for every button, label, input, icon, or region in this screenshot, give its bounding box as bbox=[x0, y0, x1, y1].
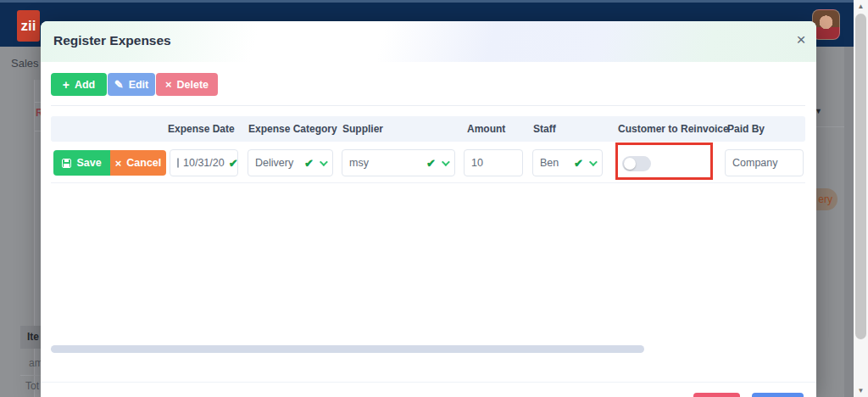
background-divider bbox=[20, 375, 41, 376]
background-total-label: Tot bbox=[25, 380, 39, 392]
pencil-icon: ✎ bbox=[114, 78, 124, 91]
navbar-top-strip bbox=[0, 0, 854, 3]
background-table-line bbox=[35, 102, 41, 103]
background-delivery-badge-text: ery bbox=[818, 193, 832, 205]
customer-to-reinvoice-toggle[interactable] bbox=[622, 156, 651, 171]
floppy-disk-icon bbox=[62, 159, 71, 168]
modal-footer-divider bbox=[41, 382, 816, 383]
expense-category-select[interactable]: Delivery ✔ bbox=[248, 149, 333, 176]
add-button-label: Add bbox=[75, 79, 95, 91]
table-horizontal-scrollbar-thumb[interactable] bbox=[51, 345, 644, 353]
column-header-supplier: Supplier bbox=[342, 123, 383, 135]
modal-footer-pink-button[interactable] bbox=[693, 393, 740, 397]
check-icon: ✔ bbox=[304, 157, 314, 170]
amount-value: 10 bbox=[471, 157, 515, 169]
zii-logo-text: zii bbox=[21, 18, 36, 35]
column-header-expense-date: Expense Date bbox=[168, 123, 235, 135]
background-edge-shade bbox=[844, 47, 854, 397]
background-card-edge bbox=[34, 80, 41, 397]
background-card-border bbox=[828, 143, 829, 338]
scrollbar-down-arrow-icon[interactable]: ▼ bbox=[854, 384, 868, 397]
plus-icon: + bbox=[63, 78, 70, 92]
expense-date-value: 10/31/20 bbox=[183, 157, 225, 169]
delete-button[interactable]: × Delete bbox=[156, 73, 218, 96]
chevron-down-icon bbox=[589, 158, 598, 166]
row-divider bbox=[51, 182, 805, 183]
chevron-down-icon bbox=[320, 158, 328, 166]
add-button[interactable]: + Add bbox=[51, 73, 107, 96]
amount-input[interactable]: 10 bbox=[464, 149, 523, 176]
check-icon: ✔ bbox=[574, 157, 583, 170]
save-button-label: Save bbox=[76, 157, 101, 169]
scrollbar-up-arrow-icon[interactable]: ▲ bbox=[854, 0, 868, 13]
calendar-icon bbox=[177, 158, 179, 168]
supplier-select[interactable]: msy ✔ bbox=[342, 149, 455, 176]
column-header-expense-category: Expense Category bbox=[248, 123, 337, 135]
staff-select[interactable]: Ben ✔ bbox=[532, 149, 603, 176]
breadcrumb-sales: Sales bbox=[11, 57, 39, 70]
column-header-amount: Amount bbox=[467, 123, 505, 135]
column-header-customer-to-reinvoice: Customer to Reinvoice bbox=[618, 123, 729, 135]
screen: Sales R Ite am Tot ▼ ery zii ▲ ▼ Registe… bbox=[0, 0, 868, 397]
close-icon[interactable]: × bbox=[790, 29, 812, 51]
staff-value: Ben bbox=[540, 157, 570, 169]
cancel-button-label: Cancel bbox=[126, 157, 161, 169]
delete-button-label: Delete bbox=[177, 79, 209, 91]
toolbar-divider bbox=[51, 105, 805, 106]
page-vertical-scrollbar[interactable]: ▲ ▼ bbox=[854, 0, 868, 397]
column-header-paid-by: Paid By bbox=[727, 123, 765, 135]
zii-logo[interactable]: zii bbox=[17, 10, 40, 42]
x-icon: × bbox=[165, 78, 172, 91]
supplier-value: msy bbox=[349, 157, 422, 169]
expense-date-input[interactable]: 10/31/20 ✔ bbox=[170, 149, 238, 176]
check-icon: ✔ bbox=[426, 157, 436, 170]
save-button[interactable]: Save bbox=[53, 150, 110, 176]
background-table-line bbox=[35, 131, 41, 131]
cancel-button[interactable]: × Cancel bbox=[110, 150, 166, 176]
scrollbar-thumb[interactable] bbox=[855, 14, 866, 339]
edit-button-label: Edit bbox=[129, 79, 149, 91]
edit-button[interactable]: ✎ Edit bbox=[108, 73, 155, 96]
check-icon: ✔ bbox=[229, 157, 238, 170]
modal-title: Register Expenses bbox=[53, 33, 171, 48]
background-item-column-label: Ite bbox=[27, 331, 39, 343]
paid-by-value: Company bbox=[732, 157, 796, 169]
column-header-staff: Staff bbox=[533, 123, 556, 135]
paid-by-select[interactable]: Company bbox=[725, 149, 804, 176]
expense-category-value: Delivery bbox=[255, 157, 300, 169]
register-expenses-modal: Register Expenses × + Add ✎ Edit × Delet… bbox=[41, 21, 816, 397]
x-icon: × bbox=[115, 157, 122, 170]
chevron-down-icon bbox=[442, 158, 450, 166]
modal-footer-blue-button[interactable] bbox=[752, 393, 804, 397]
toggle-knob bbox=[624, 158, 636, 170]
